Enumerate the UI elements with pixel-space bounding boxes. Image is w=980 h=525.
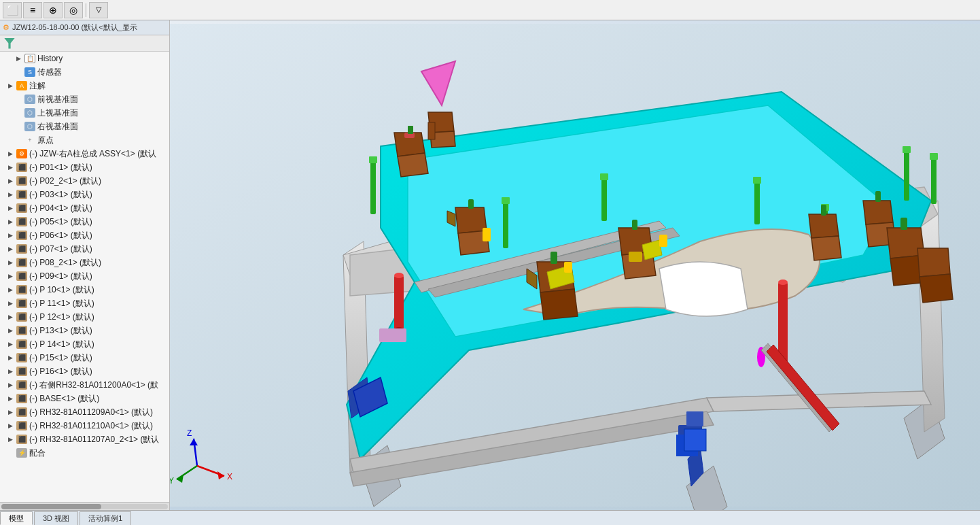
tree-item-icon-history: 📋 — [24, 54, 35, 63]
expand-arrow[interactable]: ▶ — [8, 314, 16, 320]
expand-arrow[interactable]: ▶ — [8, 327, 16, 334]
tree-item-p13[interactable]: ▶⬛(-) P 12<1> (默认) — [0, 310, 169, 324]
tree-item-p18[interactable]: ▶⬛(-) 右侧RH32-81A011200A0<1> (默 — [0, 378, 169, 392]
tree-item-label: (-) P08_2<1> (默认) — [29, 257, 101, 269]
expand-arrow[interactable]: ▶ — [8, 218, 16, 225]
tree-item-mating[interactable]: ⚡配合 — [0, 446, 169, 460]
tree-item-icon-part: ⬛ — [16, 367, 27, 376]
tree-item-p16[interactable]: ▶⬛(-) P15<1> (默认) — [0, 351, 169, 365]
tree-item-p22[interactable]: ▶⬛(-) RH32-81A011207A0_2<1> (默认 — [0, 433, 169, 446]
expand-arrow[interactable]: ▶ — [8, 368, 16, 375]
cad-view: Z X Y — [170, 20, 980, 510]
tree-item-icon-part: ⬛ — [16, 190, 27, 199]
tree-item-p12[interactable]: ▶⬛(-) P 11<1> (默认) — [0, 297, 169, 310]
expand-arrow[interactable]: ▶ — [8, 422, 16, 429]
expand-arrow[interactable]: ▶ — [8, 205, 16, 211]
toolbar-btn-1[interactable]: ⬜ — [3, 2, 22, 18]
expand-arrow[interactable]: ▶ — [8, 436, 16, 443]
tree-item-p11[interactable]: ▶⬛(-) P 10<1> (默认) — [0, 283, 169, 297]
tree-item-icon-plane: ⬡ — [24, 95, 35, 104]
svg-point-42 — [394, 273, 404, 278]
expand-arrow[interactable]: ▶ — [8, 164, 16, 171]
tree-item-p9[interactable]: ▶⬛(-) P08_2<1> (默认) — [0, 256, 169, 269]
tree-item-icon-part: ⬛ — [16, 285, 27, 294]
tree-item-p7[interactable]: ▶⬛(-) P06<1> (默认) — [0, 228, 169, 242]
toolbar-btn-4[interactable]: ◎ — [64, 2, 83, 18]
svg-rect-36 — [931, 156, 937, 204]
tree-item-p6[interactable]: ▶⬛(-) P05<1> (默认) — [0, 215, 169, 228]
toolbar-separator — [86, 3, 86, 17]
tree-item-icon-part: ⬛ — [16, 271, 27, 281]
expand-arrow[interactable]: ▶ — [8, 82, 16, 89]
svg-rect-79 — [483, 228, 491, 241]
expand-arrow[interactable]: ▶ — [8, 409, 16, 416]
svg-marker-52 — [809, 214, 839, 238]
tree-item-icon-part: ⬛ — [16, 176, 27, 186]
tree-item-history[interactable]: ▶📋History — [0, 52, 169, 65]
expand-arrow[interactable]: ▶ — [8, 150, 16, 157]
expand-arrow[interactable]: ▶ — [8, 354, 16, 361]
tree-item-p8[interactable]: ▶⬛(-) P07<1> (默认) — [0, 242, 169, 256]
tab-motion[interactable]: 活动算例1 — [80, 511, 131, 525]
tree-item-p3[interactable]: ▶⬛(-) P02_2<1> (默认) — [0, 174, 169, 188]
svg-rect-34 — [904, 150, 909, 201]
tree-item-p10[interactable]: ▶⬛(-) P09<1> (默认) — [0, 269, 169, 283]
svg-text:Z: Z — [187, 428, 192, 438]
expand-arrow[interactable]: ▶ — [8, 395, 16, 402]
toolbar-btn-2[interactable]: ≡ — [23, 2, 42, 18]
tree-item-icon-part: ⬛ — [16, 312, 27, 322]
tree-item-right-plane[interactable]: ⬡右视基准面 — [0, 120, 169, 133]
expand-arrow[interactable]: ▶ — [8, 300, 16, 307]
tree-item-label: 上视基准面 — [37, 107, 78, 119]
tree-item-p14[interactable]: ▶⬛(-) P13<1> (默认) — [0, 324, 169, 337]
toolbar-btn-3[interactable]: ⊕ — [43, 2, 63, 18]
tree-item-icon-annotation: A — [16, 81, 27, 90]
svg-rect-30 — [754, 180, 760, 224]
sidebar-scrollbar[interactable] — [0, 502, 169, 510]
svg-marker-71 — [920, 274, 953, 303]
tree-item-p4[interactable]: ▶⬛(-) P03<1> (默认) — [0, 188, 169, 201]
tree-item-p17[interactable]: ▶⬛(-) P16<1> (默认) — [0, 365, 169, 378]
tree-item-p21[interactable]: ▶⬛(-) RH32-81A011210A0<1> (默认) — [0, 419, 169, 433]
filter-btn[interactable]: ▽ — [89, 2, 108, 18]
tree-item-p19[interactable]: ▶⬛(-) BASE<1> (默认) — [0, 392, 169, 405]
svg-rect-23 — [428, 122, 435, 139]
tree-item-p1[interactable]: ▶⚙(-) JZW-右A柱总成 ASSY<1> (默认 — [0, 147, 169, 160]
tree-item-front-plane[interactable]: ⬡前视基准面 — [0, 92, 169, 106]
viewport[interactable]: Z X Y — [170, 20, 980, 510]
tree-item-label: (-) P 12<1> (默认) — [29, 311, 94, 323]
tree-item-icon-part: ⬛ — [16, 203, 27, 213]
tree-item-label: (-) RH32-81A011209A0<1> (默认) — [29, 407, 153, 418]
tree-item-annotation[interactable]: ▶A注解 — [0, 79, 169, 92]
tree-item-top-plane[interactable]: ⬡上视基准面 — [0, 106, 169, 120]
svg-rect-35 — [903, 146, 911, 153]
expand-arrow[interactable]: ▶ — [8, 286, 16, 293]
expand-arrow[interactable]: ▶ — [8, 177, 16, 184]
tab-3dview[interactable]: 3D 视图 — [34, 511, 78, 525]
expand-arrow[interactable]: ▶ — [8, 273, 16, 280]
expand-arrow[interactable]: ▶ — [8, 245, 16, 252]
svg-rect-37 — [930, 153, 938, 160]
tree-item-label: (-) P02_2<1> (默认) — [29, 175, 101, 187]
expand-arrow[interactable]: ▶ — [8, 341, 16, 348]
expand-arrow[interactable]: ▶ — [8, 259, 16, 266]
tree-item-label: 传感器 — [37, 67, 62, 78]
tree-item-p15[interactable]: ▶⬛(-) P 14<1> (默认) — [0, 337, 169, 351]
expand-arrow[interactable]: ▶ — [8, 382, 16, 388]
svg-rect-69 — [900, 218, 907, 230]
tree-item-sensor[interactable]: S传感器 — [0, 65, 169, 79]
filter-icon — [4, 38, 15, 49]
tree-item-origin[interactable]: +原点 — [0, 133, 169, 147]
svg-marker-70 — [917, 248, 950, 277]
svg-rect-27 — [502, 197, 510, 204]
expand-arrow[interactable]: ▶ — [8, 191, 16, 198]
svg-rect-25 — [369, 156, 377, 163]
tree-item-p5[interactable]: ▶⬛(-) P04<1> (默认) — [0, 201, 169, 215]
svg-rect-51 — [632, 220, 637, 230]
tree-item-p20[interactable]: ▶⬛(-) RH32-81A011209A0<1> (默认) — [0, 405, 169, 419]
expand-arrow[interactable]: ▶ — [8, 232, 16, 239]
tree-item-p2[interactable]: ▶⬛(-) P01<1> (默认) — [0, 160, 169, 174]
tab-model[interactable]: 模型 — [0, 511, 33, 525]
tree-item-label: (-) P15<1> (默认) — [29, 352, 92, 364]
expand-arrow[interactable]: ▶ — [16, 55, 24, 62]
